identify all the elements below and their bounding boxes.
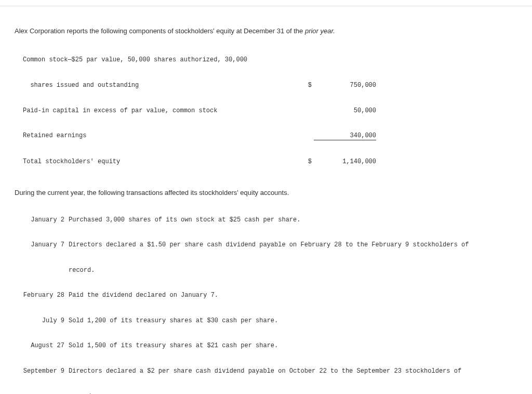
equity-label: Common stock—$25 par value, 50,000 share… [23, 56, 303, 64]
equity-label: Total stockholders' equity [23, 157, 303, 166]
intro-text: Alex Corporation reports the following c… [15, 27, 517, 35]
mid-paragraph: During the current year, the following t… [15, 189, 517, 196]
equity-row: Common stock—$25 par value, 50,000 share… [23, 56, 517, 64]
transaction-row: January 2Purchased 3,000 shares of its o… [23, 216, 517, 224]
trans-date: September 9 [23, 367, 69, 375]
transactions-list: January 2Purchased 3,000 shares of its o… [15, 199, 517, 394]
equity-label: shares issued and outstanding [23, 81, 303, 89]
trans-date: August 27 [23, 342, 69, 350]
equity-row: Total stockholders' equity $ 1,140,000 [23, 157, 517, 166]
transaction-row: January 7Directors declared a $1.50 per … [23, 241, 517, 249]
trans-date: February 28 [23, 291, 69, 299]
transaction-row: July 9Sold 1,200 of its treasury shares … [23, 317, 517, 325]
equity-label: Retained earnings [23, 132, 303, 140]
equity-sign [303, 56, 314, 64]
intro-em: prior year. [305, 27, 335, 35]
intro-main: Alex Corporation reports the following c… [15, 27, 305, 35]
trans-desc: Paid the dividend declared on January 7. [69, 291, 517, 299]
equity-sign [303, 132, 314, 140]
trans-date [23, 266, 69, 274]
equity-value: 340,000 [314, 132, 376, 140]
equity-sign: $ [303, 157, 314, 166]
equity-sign [303, 107, 314, 115]
transaction-row: February 28Paid the dividend declared on… [23, 291, 517, 299]
question-content: Alex Corporation reports the following c… [0, 27, 532, 394]
equity-row: Paid-in capital in excess of par value, … [23, 107, 517, 115]
equity-value [314, 56, 376, 64]
trans-date: January 2 [23, 216, 69, 224]
transaction-row: September 9Directors declared a $2 per s… [23, 367, 517, 375]
equity-row: Retained earnings 340,000 [23, 132, 517, 140]
equity-value: 1,140,000 [314, 157, 376, 166]
transaction-row: record. [23, 266, 517, 274]
equity-sign: $ [303, 81, 314, 89]
trans-desc: Sold 1,500 of its treasury shares at $21… [69, 342, 517, 350]
trans-desc: record. [69, 392, 517, 395]
equity-breakdown: Common stock—$25 par value, 50,000 share… [23, 39, 517, 182]
trans-desc: Directors declared a $1.50 per share cas… [69, 241, 517, 249]
trans-desc: Directors declared a $2 per share cash d… [69, 367, 517, 375]
trans-date: July 9 [23, 317, 69, 325]
transaction-row: record. [23, 392, 517, 395]
equity-value: 750,000 [314, 81, 376, 89]
equity-value: 50,000 [314, 107, 376, 115]
header-divider [0, 0, 532, 6]
trans-desc: record. [69, 266, 517, 274]
equity-row: shares issued and outstanding $ 750,000 [23, 81, 517, 89]
trans-date: January 7 [23, 241, 69, 249]
transaction-row: August 27Sold 1,500 of its treasury shar… [23, 342, 517, 350]
equity-label: Paid-in capital in excess of par value, … [23, 107, 303, 115]
trans-desc: Purchased 3,000 shares of its own stock … [69, 216, 517, 224]
trans-date [23, 392, 69, 395]
trans-desc: Sold 1,200 of its treasury shares at $30… [69, 317, 517, 325]
